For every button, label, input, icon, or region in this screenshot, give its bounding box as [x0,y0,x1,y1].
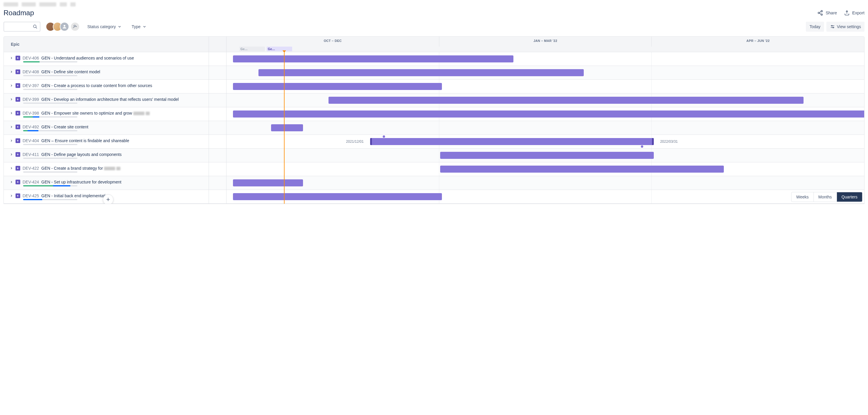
epic-type-icon [16,152,20,157]
epic-title: GEN - Define site content model [41,69,100,74]
epic-title: GEN – Ensure content is findable and sha… [41,138,129,143]
progress-bar [23,172,78,173]
zoom-toggle: Weeks Months Quarters [791,192,862,202]
filter-label: Type [131,24,141,29]
spacer-column [209,37,226,52]
chevron-right-icon[interactable] [10,125,13,129]
progress-bar [23,116,78,118]
epic-bar[interactable] [233,179,303,186]
epic-key: DEV-398 [23,111,39,116]
spacer [209,135,226,148]
timeline-cell [226,107,864,121]
today-button[interactable]: Today [806,22,824,32]
epic-type-icon [16,83,20,88]
progress-bar [23,144,78,145]
epic-key: DEV-411 [23,152,39,157]
epic-bar[interactable] [271,124,303,131]
bar-start-date: 2021/12/01 [346,140,364,144]
export-icon [844,10,850,16]
type-filter[interactable]: Type [129,23,149,31]
status-category-filter[interactable]: Status category [85,23,124,31]
chevron-right-icon[interactable] [10,180,13,184]
svg-point-8 [74,25,75,27]
chevron-right-icon[interactable] [10,194,13,198]
chevron-down-icon [143,25,147,29]
export-button[interactable]: Export [844,10,865,16]
epic-cell[interactable]: DEV-408GEN - Define site content model [4,66,209,80]
chevron-right-icon[interactable] [10,56,13,60]
zoom-weeks-button[interactable]: Weeks [792,192,814,202]
epic-row: DEV-408GEN - Define site content model [4,66,864,80]
spacer [209,176,226,189]
epic-key: DEV-406 [23,56,39,60]
chevron-right-icon[interactable] [10,167,13,170]
release-tag[interactable]: Ge… [267,47,292,51]
view-settings-label: View settings [837,24,861,29]
epic-cell[interactable]: DEV-411GEN - Define page layouts and com… [4,149,209,162]
epic-bar[interactable] [233,193,442,200]
spacer [209,66,226,80]
export-label: Export [852,10,865,15]
epic-cell[interactable]: DEV-492GEN - Create site content [4,121,209,135]
view-settings-button[interactable]: View settings [827,22,865,32]
avatar[interactable] [60,22,69,31]
timeline-cell [226,121,864,135]
timeline-cell [226,149,864,162]
timeline-cell [226,80,864,93]
share-button[interactable]: Share [817,10,837,16]
roadmap: Epic OCT – DECJAN – MAR '22APR – JUN '22… [3,36,865,204]
chevron-right-icon[interactable] [10,153,13,156]
epic-type-icon [16,97,20,102]
epic-key: DEV-397 [23,83,39,88]
epic-bar[interactable] [329,97,804,104]
spacer [209,149,226,162]
epic-cell[interactable]: DEV-397GEN - Create a process to curate … [4,80,209,93]
progress-bar [23,185,78,186]
release-tag[interactable]: Ge… [240,47,265,51]
add-epic-button[interactable]: + [103,194,114,204]
zoom-quarters-button[interactable]: Quarters [837,192,862,202]
epic-bar[interactable] [233,111,864,118]
zoom-months-button[interactable]: Months [814,192,837,202]
chevron-right-icon[interactable] [10,97,13,101]
epic-cell[interactable]: DEV-424GEN - Set up infrastructure for d… [4,176,209,189]
settings-icon [830,24,835,29]
today-line [284,51,284,204]
chevron-right-icon[interactable] [10,70,13,73]
search-input[interactable] [3,22,40,32]
epic-cell[interactable]: DEV-399GEN - Develop an information arch… [4,93,209,107]
epic-bar[interactable] [370,138,654,145]
chevron-down-icon [118,25,122,29]
svg-point-2 [821,14,823,15]
epic-row: DEV-404GEN – Ensure content is findable … [4,135,864,149]
epic-cell[interactable]: DEV-422GEN - Create a brand strategy for [4,162,209,176]
add-user-button[interactable] [70,22,80,31]
epic-title: GEN - Initial back end implementation [41,194,110,198]
epic-bar[interactable] [440,152,654,159]
epic-cell[interactable]: DEV-406GEN - Understand audiences and sc… [4,52,209,66]
epic-title: GEN - Create a brand strategy for [41,166,120,171]
epic-bar[interactable] [233,83,442,90]
epic-cell[interactable]: DEV-404GEN – Ensure content is findable … [4,135,209,148]
epic-key: DEV-425 [23,194,39,198]
progress-bar [23,89,78,90]
epic-title: GEN - Develop an information architectur… [41,97,179,102]
svg-point-14 [833,27,834,28]
epic-type-icon [16,180,20,184]
chevron-right-icon[interactable] [10,84,13,87]
epic-row: DEV-399GEN - Develop an information arch… [4,93,864,107]
progress-bar [23,61,78,62]
chevron-right-icon[interactable] [10,111,13,115]
svg-point-5 [33,25,36,28]
epic-title: GEN - Create a process to curate content… [41,83,152,88]
chevron-right-icon[interactable] [10,139,13,143]
epic-bar[interactable] [258,69,584,76]
spacer [209,52,226,66]
svg-line-3 [820,11,822,12]
epic-cell[interactable]: DEV-398GEN - Empower site owners to opti… [4,107,209,121]
timeline-cell [226,66,864,80]
epic-bar[interactable] [440,166,724,173]
epic-type-icon [16,69,20,74]
epic-row: DEV-422GEN - Create a brand strategy for [4,162,864,176]
epic-bar[interactable] [233,55,514,62]
